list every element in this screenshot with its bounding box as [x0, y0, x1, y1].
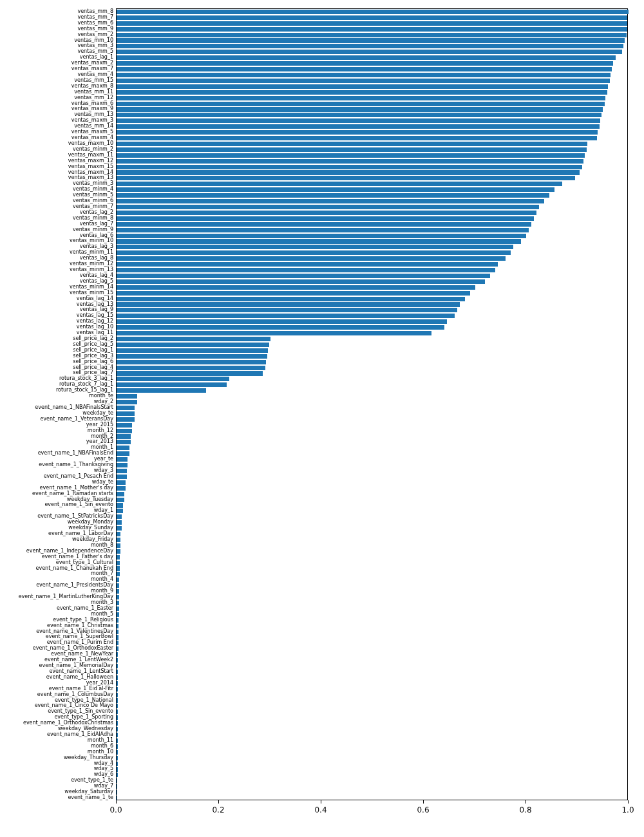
- bar: [117, 67, 612, 71]
- y-tick-label: ventas_maxm_2: [0, 60, 113, 66]
- bar: [117, 228, 529, 232]
- y-tick-label: ventas_lag_7: [0, 221, 113, 227]
- bar: [117, 423, 132, 428]
- y-tick-label: ventas_mm_12: [0, 95, 113, 100]
- bar: [117, 222, 531, 227]
- plot-area: [116, 8, 628, 800]
- y-tick-label: event_type_1_National: [0, 697, 113, 703]
- y-tick-label: ventas_mm_8: [0, 8, 113, 14]
- bar: [117, 440, 131, 444]
- y-tick-label: ventas_maxm_10: [0, 140, 113, 146]
- y-tick-label: event_name_1_ValentinesDay: [0, 628, 113, 634]
- y-tick-label: ventas_maxm_11: [0, 152, 113, 158]
- bar: [117, 704, 118, 708]
- bar: [117, 572, 120, 576]
- y-tick-label: ventas_maxm_15: [0, 164, 113, 169]
- bar: [117, 532, 120, 536]
- bar: [117, 130, 598, 135]
- y-tick-label: rotura_stock_7_lag_1: [0, 381, 113, 387]
- y-tick-label: event_name_1_OrthodoxChristmas: [0, 720, 113, 726]
- bar: [117, 10, 629, 14]
- y-tick-label: ventas_minm_15: [0, 290, 113, 296]
- bar: [117, 124, 600, 129]
- bar: [117, 325, 444, 330]
- bar: [117, 343, 269, 347]
- y-tick-label: ventas_mm_9: [0, 26, 113, 32]
- y-tick-label: sell_price_lag_6: [0, 359, 113, 364]
- bars-group: [117, 9, 627, 800]
- bar: [117, 400, 137, 404]
- y-tick-label: ventas_maxm_3: [0, 117, 113, 123]
- y-tick-label: ventas_minm_10: [0, 238, 113, 243]
- y-tick-label: wday_7: [0, 783, 113, 789]
- x-tick: [321, 800, 321, 804]
- bar: [117, 187, 554, 192]
- y-tick-label: event_name_1_PresidentsDay: [0, 582, 113, 588]
- y-tick-label: event_name_1_Sin_evento: [0, 502, 113, 507]
- y-tick-label: event_name_1_Pesach End: [0, 473, 113, 479]
- bar: [117, 297, 465, 301]
- y-tick-label: month_te: [0, 393, 113, 399]
- bar: [117, 698, 118, 702]
- bar: [117, 578, 119, 582]
- y-tick-label: event_name_1_Father's day: [0, 554, 113, 560]
- y-tick-label: rotura_stock_3_lag_1: [0, 375, 113, 381]
- bar: [117, 693, 118, 697]
- y-tick-label: wday_4: [0, 760, 113, 766]
- bar: [117, 555, 120, 560]
- y-tick-label: event_name_1_EidAlAdha: [0, 731, 113, 737]
- y-tick-label: weekday_Sunday: [0, 525, 113, 531]
- y-tick-label: month_11: [0, 737, 113, 743]
- bar: [117, 354, 267, 359]
- y-tick-label: ventas_lag_4: [0, 272, 113, 278]
- bar: [117, 256, 506, 261]
- bar: [117, 176, 575, 180]
- y-tick-label: wday_1: [0, 507, 113, 513]
- bar: [117, 377, 229, 381]
- bar: [117, 302, 460, 306]
- bar: [117, 767, 118, 771]
- bar: [117, 118, 600, 123]
- y-tick-label: ventas_mm_11: [0, 89, 113, 95]
- y-tick-label: event_name_1_OrthodoxEaster: [0, 645, 113, 651]
- y-tick-label: sell_price_lag_3: [0, 353, 113, 359]
- y-tick-label: event_type_1_Sporting: [0, 714, 113, 720]
- y-tick-label: ventas_mm_13: [0, 111, 113, 117]
- bar: [117, 721, 118, 726]
- bar: [117, 641, 118, 645]
- y-tick-label: event_name_1_Mother's day: [0, 485, 113, 491]
- y-tick-label: weekday_Tuesday: [0, 496, 113, 502]
- bar: [117, 107, 603, 111]
- bar: [117, 509, 123, 513]
- bar: [117, 33, 627, 37]
- bar: [117, 79, 610, 83]
- bar: [117, 319, 447, 324]
- y-tick-label: wday_te: [0, 479, 113, 485]
- bar: [117, 262, 498, 267]
- bar: [117, 744, 118, 749]
- bar: [117, 239, 521, 243]
- bar: [117, 182, 562, 186]
- y-tick-label: ventas_lag_14: [0, 296, 113, 301]
- bar: [117, 417, 135, 422]
- y-tick-label: weekday_Saturday: [0, 789, 113, 795]
- y-tick-label: event_name_1_NBAFinalsStart: [0, 404, 113, 410]
- y-tick-label: wday_5: [0, 766, 113, 771]
- y-tick-label: sell_price_lag_7: [0, 370, 113, 375]
- y-tick-label: ventas_minm_14: [0, 284, 113, 290]
- y-tick-label: month_8: [0, 542, 113, 548]
- y-tick-label: ventas_minm_9: [0, 227, 113, 232]
- bar: [117, 291, 470, 296]
- y-tick-label: wday_3: [0, 467, 113, 473]
- y-tick-label: month_6: [0, 743, 113, 749]
- y-tick-label: event_name_1_Christmas: [0, 623, 113, 628]
- y-tick-label: ventas_mm_3: [0, 42, 113, 48]
- x-tick: [116, 800, 117, 804]
- bar: [117, 406, 135, 410]
- bar: [117, 337, 270, 341]
- y-tick-label: ventas_mm_10: [0, 37, 113, 43]
- bar: [117, 170, 580, 174]
- bar: [117, 90, 607, 95]
- y-tick-label: event_name_1_Halloween: [0, 674, 113, 680]
- x-tick-label: 0.2: [212, 805, 224, 814]
